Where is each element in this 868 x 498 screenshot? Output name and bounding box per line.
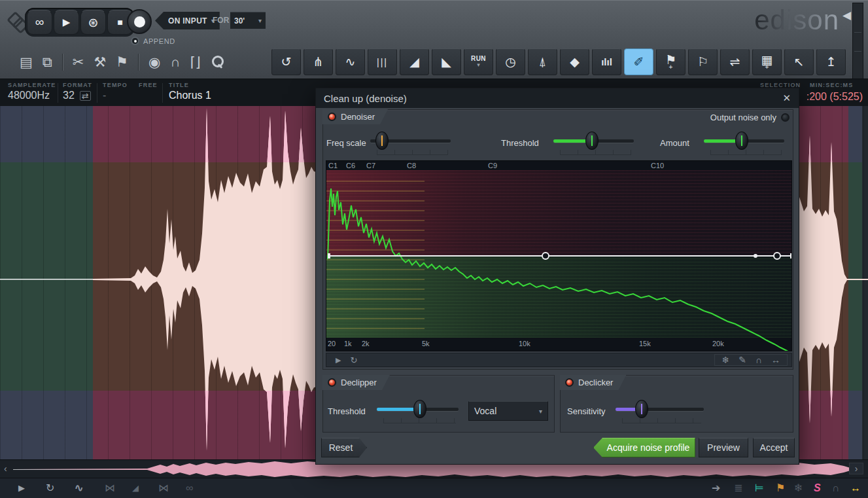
save-as-button[interactable]: ▦+	[752, 48, 782, 75]
save-icon[interactable]: ▤	[20, 53, 33, 71]
scissors-icon[interactable]: ✂	[73, 53, 84, 71]
convert-button[interactable]: ⇌	[720, 48, 750, 75]
append-option[interactable]: APPEND	[131, 37, 175, 45]
scroll-right-button[interactable]: ›	[849, 463, 863, 474]
status-list-icon[interactable]: ≣	[734, 482, 742, 494]
threshold-line-dot-handle[interactable]	[754, 254, 757, 258]
status-arrow-icon[interactable]: ➔	[712, 482, 720, 494]
status-lr-arrows-icon[interactable]: ↔	[850, 482, 861, 494]
reset-button[interactable]: Reset	[321, 438, 367, 457]
add-marker-button[interactable]: ⚑+	[656, 48, 686, 75]
accept-button[interactable]: Accept	[753, 438, 795, 457]
cleanup-denoise-button[interactable]: ✐	[624, 48, 653, 75]
status-snowflake-icon[interactable]: ❄	[794, 482, 803, 494]
acquire-noise-profile-button[interactable]: Acquire noise profile	[593, 438, 695, 457]
status-loop-icon[interactable]: ↻	[46, 482, 54, 494]
declicker-sensitivity-slider[interactable]	[616, 401, 704, 423]
status-slide-icon[interactable]: S	[814, 482, 821, 494]
denoiser-led[interactable]	[328, 113, 336, 121]
threshold-line-right-cap[interactable]	[790, 253, 792, 258]
output-noise-only-option[interactable]: Output noise only	[710, 113, 790, 122]
dialog-titlebar[interactable]: Clean up (denoise) ✕	[316, 88, 799, 108]
declicker-led[interactable]	[565, 378, 574, 387]
status-fade-icon[interactable]: ◢	[132, 482, 139, 494]
reverb-button[interactable]: ◆	[560, 48, 589, 75]
declipper-knob[interactable]	[413, 400, 426, 418]
undo-button[interactable]: ↺	[271, 48, 301, 75]
status-magnet-icon[interactable]: ∩	[832, 482, 840, 494]
status-play-icon[interactable]: ▶	[18, 482, 25, 494]
free-label: FREE	[139, 82, 158, 88]
duration-dropdown[interactable]: 30' ▾	[230, 12, 266, 29]
magnet-icon[interactable]: ∩	[755, 355, 762, 365]
threshold-knob[interactable]	[585, 132, 599, 150]
threshold-line-left-cap[interactable]	[328, 253, 330, 258]
link-icon[interactable]	[9, 14, 24, 28]
declipper-mode-dropdown[interactable]: Vocal ▾	[468, 401, 548, 421]
equalize-button[interactable]: |||	[368, 48, 397, 75]
file-tools-row: ▤ ⧉ ✂ ⚒ ⚑ ◉ ∩ ⌈⌋	[20, 53, 224, 71]
magnet-icon[interactable]: ∩	[170, 53, 180, 71]
freq-scale-knob[interactable]	[375, 132, 389, 150]
width-arrows-icon[interactable]: ↔	[771, 355, 780, 365]
declicker-tab-label: Declicker	[578, 378, 613, 387]
send-to-playlist-button[interactable]: ↥	[816, 48, 846, 75]
frequency-label: 20	[328, 340, 336, 347]
declicker-tab[interactable]: Declicker	[560, 375, 626, 390]
run-script-button[interactable]: RUN ▾	[464, 48, 493, 75]
pencil-icon[interactable]: ✎	[738, 355, 746, 365]
fade-out-button[interactable]: ◣	[432, 48, 461, 75]
select-region-icon[interactable]: ⌈⌋	[190, 53, 201, 71]
threshold-line[interactable]	[328, 255, 790, 257]
declicker-knob[interactable]	[635, 400, 648, 418]
marker-flag-icon[interactable]: ⚑	[116, 53, 128, 71]
record-mode-dropdown[interactable]: ON INPUT ▾	[155, 12, 220, 29]
freeze-icon[interactable]: ❄	[721, 355, 729, 365]
declipper-tab[interactable]: Declipper	[322, 375, 390, 390]
threshold-slider[interactable]	[553, 133, 634, 155]
denoise-spectrum-display[interactable]: C1C6C7C8C9C10 201k2k5k10k15k20k	[326, 160, 792, 351]
append-label: APPEND	[143, 37, 175, 45]
sample-title[interactable]: Chorus 1	[169, 90, 211, 101]
copy-icon[interactable]: ⧉	[43, 53, 52, 71]
status-wave-icon[interactable]: ∿	[75, 482, 83, 494]
threshold-line-ring-handle[interactable]	[542, 252, 549, 260]
time-stretch-button[interactable]: ◷	[496, 48, 525, 75]
preview-button[interactable]: Preview	[699, 438, 748, 457]
amount-slider[interactable]	[704, 133, 784, 155]
select-marker-button[interactable]: ⚐	[688, 48, 718, 75]
spectrum-play-icon[interactable]: ▶	[336, 356, 341, 365]
claw-machine-button[interactable]: ⋔	[304, 48, 333, 75]
declipper-led[interactable]	[328, 378, 336, 387]
status-snap-left-icon[interactable]: ⋈	[105, 482, 115, 494]
output-noise-only-radio[interactable]	[781, 113, 790, 122]
declipper-threshold-slider[interactable]	[377, 401, 459, 423]
format-label: FORMAT	[63, 82, 92, 88]
tools-icon[interactable]: ⚒	[94, 53, 106, 71]
threshold-line-ring-handle[interactable]	[773, 252, 781, 260]
append-radio[interactable]	[131, 37, 139, 45]
status-flag-icon[interactable]: ⚑	[776, 482, 785, 494]
blur-button[interactable]: ⍋	[528, 48, 557, 75]
plus-icon: +	[765, 64, 769, 71]
play-button[interactable]: ▶	[54, 10, 79, 35]
loop-mode-button[interactable]: ∞	[27, 10, 52, 35]
record-button[interactable]	[127, 9, 152, 34]
freq-scale-slider[interactable]	[370, 133, 451, 155]
analyze-button[interactable]: ılıl	[592, 48, 621, 75]
close-icon[interactable]: ✕	[782, 92, 791, 104]
record-mode-value: ON INPUT	[168, 16, 207, 26]
reel-button[interactable]: ⊛	[80, 10, 106, 35]
spectrum-refresh-icon[interactable]: ↻	[350, 355, 357, 365]
amplify-button[interactable]: ∿	[336, 48, 365, 75]
drag-copy-button[interactable]: ↖	[784, 48, 814, 75]
status-marker-list-icon[interactable]: ⊨	[755, 482, 764, 494]
eye-icon[interactable]: ◉	[148, 53, 160, 71]
status-snap-right-icon[interactable]: ⋈	[158, 482, 169, 494]
zoom-magnifier-icon[interactable]	[211, 55, 224, 69]
denoiser-tab[interactable]: Denoiser	[322, 109, 388, 124]
amount-knob[interactable]	[735, 132, 748, 150]
fade-in-button[interactable]: ◢	[400, 48, 429, 75]
format-loop-icon[interactable]: ⇄	[80, 91, 91, 101]
chain-link-icon[interactable]: ∞	[186, 482, 193, 494]
